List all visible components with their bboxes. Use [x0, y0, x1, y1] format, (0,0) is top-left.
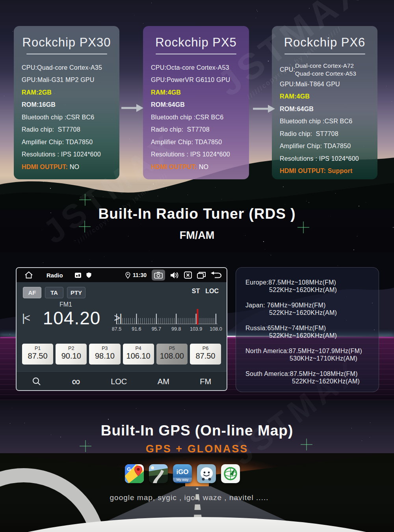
- chip-title: Rockchip PX30: [22, 35, 112, 50]
- star: [108, 419, 109, 420]
- spec-row: Bluetooth chip :CSR BC6: [280, 115, 370, 128]
- spec-value: 4GB: [168, 89, 181, 96]
- spec-label: Bluetooth chip :: [22, 114, 67, 121]
- preset-button-p4[interactable]: P4106.10: [123, 344, 154, 365]
- page: JSTMAX //////copyright by jstmax////// J…: [0, 0, 394, 532]
- clock: 11:30: [133, 272, 147, 278]
- spec-label: Resolutions :: [22, 151, 59, 158]
- spec-label: Radio chip:: [151, 126, 183, 133]
- preset-button-p1[interactable]: P187.50: [22, 344, 53, 365]
- preset-button-p6[interactable]: P687.50: [190, 344, 221, 365]
- navitel-icon[interactable]: [221, 464, 240, 483]
- spec-value: Mali-T864 GPU: [296, 81, 340, 88]
- star: [392, 101, 392, 102]
- recent-apps-icon[interactable]: [197, 272, 206, 279]
- location-pin-icon: [125, 272, 130, 279]
- loop-icon[interactable]: ∞: [72, 378, 80, 385]
- star: [43, 262, 43, 263]
- spec-row: ROM:64GB: [280, 103, 370, 115]
- title-underline: [156, 54, 236, 54]
- sygic-icon[interactable]: [149, 464, 168, 483]
- spec-value: CSR BC6: [196, 114, 224, 121]
- star: [129, 139, 130, 139]
- star: [353, 249, 354, 250]
- ta-button[interactable]: TA: [45, 287, 63, 298]
- spec-label: Amplifier Chip:: [151, 139, 193, 146]
- crosshair-mark: [79, 194, 91, 206]
- preset-row: P187.50P290.10P398.10P4106.10P5108.00P68…: [22, 344, 221, 365]
- af-button[interactable]: AF: [23, 287, 41, 298]
- preset-frequency: 87.50: [190, 352, 221, 361]
- spec-value: 2GB: [39, 89, 52, 96]
- preset-button-p2[interactable]: P290.10: [56, 344, 87, 365]
- spec-row: HDMI OUTPUT: NO: [22, 161, 112, 173]
- spec-label: ROM:: [151, 101, 168, 108]
- spec-value: CSR BC6: [67, 114, 95, 121]
- spec-row: CPU:Octa-core Cortex-A53: [151, 61, 241, 74]
- spec-row: CPU:Quad-core Cortex-A35: [22, 61, 112, 74]
- spec-value: CSR BC6: [325, 118, 353, 125]
- preset-button-p5[interactable]: P5108.00: [156, 344, 188, 365]
- region-am-line: 530KHz~1710KHz(AM): [290, 355, 375, 362]
- spec-row: RAM:2GB: [22, 86, 112, 99]
- region-fm-line: Russia:65MHz~74MHz(FM): [245, 324, 375, 332]
- gps-section-subtitle: GPS + GLONASS: [0, 443, 394, 455]
- frequency-scale[interactable]: 87.591.695.799.8103.9108.0: [114, 307, 219, 333]
- spec-label: ROM:: [280, 106, 297, 113]
- band-region: Japan: 76MHz~90MHz(FM)522KHz~1620KHz(AM): [245, 301, 375, 316]
- region-fm-line: Japan: 76MHz~90MHz(FM): [245, 301, 375, 309]
- waze-icon[interactable]: [197, 464, 216, 483]
- spec-value: IPS 1024*600: [59, 151, 101, 158]
- spec-value: ST7708: [183, 126, 210, 133]
- spec-row: HDMI OUTPUT: Support: [280, 165, 370, 178]
- close-window-icon[interactable]: [184, 272, 192, 279]
- star: [158, 196, 158, 196]
- star: [305, 403, 306, 403]
- spec-row: GPU:PowerVR G6110 GPU: [151, 74, 241, 87]
- band-region: Russia:65MHz~74MHz(FM)522KHz~1620KHz(AM): [245, 324, 375, 339]
- pty-button[interactable]: PTY: [67, 287, 85, 298]
- volume-icon[interactable]: [170, 272, 179, 279]
- star: [143, 23, 143, 24]
- google-maps-icon[interactable]: G: [125, 464, 144, 483]
- chip-card-px5: Rockchip PX5CPU:Octa-core Cortex-A53GPU:…: [143, 26, 249, 179]
- arrow-right-icon: [121, 104, 143, 112]
- scale-tick-label: 91.6: [132, 326, 141, 332]
- spec-label: CPU:: [151, 64, 166, 71]
- spec-label: CPU:: [22, 64, 37, 71]
- region-am-line: 522KHz~1620KHz(AM): [269, 309, 375, 316]
- star: [9, 334, 10, 335]
- region-am-line: 522KHz~1620KHz(AM): [269, 332, 375, 339]
- seek-down-button[interactable]: |<: [22, 312, 30, 324]
- camera-icon[interactable]: [152, 270, 165, 281]
- spec-label: Bluetooth chip :: [280, 118, 325, 125]
- chip-title: Rockchip PX6: [280, 35, 370, 50]
- spec-label: GPU:: [22, 76, 37, 84]
- band-region: Europe:87.5MHz~108MHz(FM)522KHz~1620KHz(…: [245, 279, 375, 294]
- loc-button[interactable]: LOC: [111, 377, 127, 386]
- spec-row: RAM:4GB: [280, 91, 370, 103]
- fm-button[interactable]: FM: [200, 377, 211, 386]
- am-button[interactable]: AM: [158, 377, 169, 386]
- spec-value: Quad-core Cortex-A35: [37, 64, 102, 71]
- preset-name: P3: [89, 346, 120, 351]
- star: [271, 255, 271, 255]
- spec-label: RAM:: [22, 89, 39, 96]
- back-icon[interactable]: [211, 272, 222, 279]
- preset-button-p3[interactable]: P398.10: [89, 344, 120, 365]
- band-info-panel: Europe:87.5MHz~108MHz(FM)522KHz~1620KHz(…: [236, 267, 379, 392]
- map-apps-caption: google map, sygic , igo , waze , navitel…: [0, 493, 378, 502]
- preset-frequency: 90.10: [56, 352, 87, 361]
- spec-label: Amplifier Chip:: [280, 143, 322, 150]
- preset-frequency: 106.10: [123, 352, 154, 361]
- spec-label: Radio chip:: [22, 126, 54, 133]
- preset-name: P2: [56, 346, 87, 351]
- spec-value: 16GB: [39, 101, 56, 108]
- radio-head-unit-screen: Radio 11:30: [16, 267, 227, 391]
- spec-label: Resolutions :: [151, 151, 188, 158]
- search-icon[interactable]: [32, 377, 41, 386]
- preset-name: P6: [190, 346, 221, 351]
- igo-icon[interactable]: iGO My way: [173, 464, 192, 483]
- preset-name: P1: [22, 346, 53, 351]
- home-icon[interactable]: [24, 271, 33, 279]
